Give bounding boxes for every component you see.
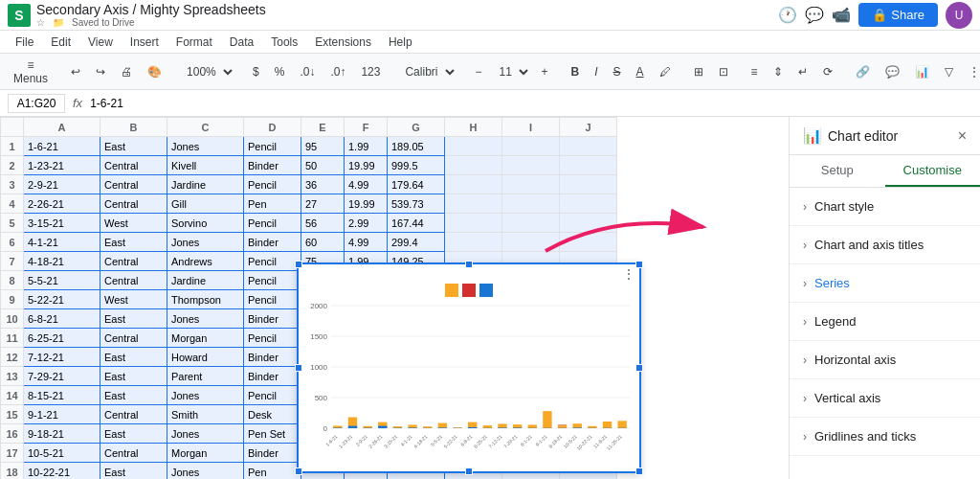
font-select[interactable]: Calibri — [397, 62, 457, 81]
filter-button[interactable]: ▽ — [939, 63, 959, 80]
cell-f5[interactable]: 2.99 — [345, 214, 388, 233]
cell-e3[interactable]: 36 — [301, 175, 345, 194]
cell-a4[interactable]: 2-26-21 — [24, 194, 100, 214]
cell-d1[interactable]: Pencil — [244, 137, 301, 156]
cell-c3[interactable]: Jardine — [167, 175, 244, 194]
panel-section-gridlines-and-ticks[interactable]: ›Gridlines and ticks — [790, 418, 980, 456]
cell-f6[interactable]: 4.99 — [345, 233, 388, 252]
cell-h1[interactable] — [445, 137, 502, 156]
row-header-17[interactable]: 17 — [1, 444, 24, 463]
formula-input[interactable] — [90, 97, 972, 110]
cell-b9[interactable]: West — [100, 290, 167, 309]
cell-a1[interactable]: 1-6-21 — [24, 137, 100, 156]
cell-g5[interactable]: 167.44 — [388, 214, 445, 233]
cell-c1[interactable]: Jones — [167, 137, 244, 156]
cell-c2[interactable]: Kivell — [167, 156, 244, 175]
cell-i2[interactable] — [502, 156, 560, 175]
decrease-decimal[interactable]: .0↓ — [294, 63, 321, 80]
cell-j6[interactable] — [560, 233, 617, 252]
cell-d17[interactable]: Binder — [244, 444, 301, 463]
cell-b13[interactable]: East — [100, 367, 167, 386]
handle-tl[interactable] — [295, 261, 302, 268]
cell-a18[interactable]: 10-22-21 — [24, 463, 100, 480]
cell-d3[interactable]: Pencil — [244, 175, 301, 194]
cell-b6[interactable]: East — [100, 233, 167, 252]
cell-g3[interactable]: 179.64 — [388, 175, 445, 194]
cell-g4[interactable]: 539.73 — [388, 194, 445, 214]
cell-c6[interactable]: Jones — [167, 233, 244, 252]
cell-b5[interactable]: West — [100, 214, 167, 233]
cell-f4[interactable]: 19.99 — [345, 194, 388, 214]
video-icon[interactable]: 📹 — [832, 6, 851, 24]
cell-i3[interactable] — [502, 175, 560, 194]
menu-item-extensions[interactable]: Extensions — [307, 35, 379, 49]
panel-section-chart-and-axis-titles[interactable]: ›Chart and axis titles — [790, 226, 980, 264]
cell-b18[interactable]: East — [100, 463, 167, 480]
row-header-13[interactable]: 13 — [1, 367, 24, 386]
cell-c10[interactable]: Jones — [167, 309, 244, 329]
more-button[interactable]: ⋮ — [963, 63, 980, 80]
cell-c5[interactable]: Sorvino — [167, 214, 244, 233]
redo-button[interactable]: ↪ — [90, 63, 111, 80]
cell-c8[interactable]: Jardine — [167, 271, 244, 290]
comment-icon[interactable]: 💬 — [805, 6, 824, 24]
cell-b1[interactable]: East — [100, 137, 167, 156]
percent-button[interactable]: % — [269, 63, 291, 80]
increase-decimal[interactable]: .0↑ — [324, 63, 351, 80]
menu-item-insert[interactable]: Insert — [122, 35, 167, 49]
cell-a7[interactable]: 4-18-21 — [24, 252, 100, 271]
menu-item-data[interactable]: Data — [222, 35, 261, 49]
cell-b15[interactable]: Central — [100, 405, 167, 424]
undo-button[interactable]: ↩ — [65, 63, 86, 80]
cell-a9[interactable]: 5-22-21 — [24, 290, 100, 309]
cell-b14[interactable]: East — [100, 386, 167, 405]
panel-section-chart-style[interactable]: ›Chart style — [790, 188, 980, 226]
cell-g2[interactable]: 999.5 — [388, 156, 445, 175]
panel-section-series[interactable]: ›Series — [790, 264, 980, 303]
cell-d13[interactable]: Binder — [244, 367, 301, 386]
cell-h6[interactable] — [445, 233, 502, 252]
row-header-5[interactable]: 5 — [1, 214, 24, 233]
cell-d10[interactable]: Binder — [244, 309, 301, 329]
folder-icon[interactable]: 📁 — [53, 17, 64, 28]
text-color-button[interactable]: A — [631, 63, 650, 80]
cell-d7[interactable]: Pencil — [244, 252, 301, 271]
cell-a11[interactable]: 6-25-21 — [24, 329, 100, 348]
cell-d18[interactable]: Pen — [244, 463, 301, 480]
paint-format-button[interactable]: 🎨 — [142, 63, 167, 80]
col-a-header[interactable]: A — [24, 118, 100, 137]
row-header-9[interactable]: 9 — [1, 290, 24, 309]
cell-h2[interactable] — [445, 156, 502, 175]
row-header-3[interactable]: 3 — [1, 175, 24, 194]
col-i-header[interactable]: I — [502, 118, 560, 137]
cell-a17[interactable]: 10-5-21 — [24, 444, 100, 463]
cell-e1[interactable]: 95 — [301, 137, 345, 156]
zoom-select[interactable]: 100% — [179, 62, 235, 81]
menu-item-help[interactable]: Help — [381, 35, 420, 49]
cell-i6[interactable] — [502, 233, 560, 252]
col-f-header[interactable]: F — [345, 118, 388, 137]
menu-item-edit[interactable]: Edit — [43, 35, 78, 49]
chart-button[interactable]: 📊 — [909, 63, 935, 80]
panel-section-vertical-axis[interactable]: ›Vertical axis — [790, 379, 980, 418]
handle-tr[interactable] — [635, 261, 643, 268]
cell-a5[interactable]: 3-15-21 — [24, 214, 100, 233]
document-title[interactable]: Secondary Axis / Mighty Spreadsheets — [36, 2, 266, 17]
link-button[interactable]: 🔗 — [850, 63, 876, 80]
cell-d14[interactable]: Pencil — [244, 386, 301, 405]
cell-a6[interactable]: 4-1-21 — [24, 233, 100, 252]
cell-d5[interactable]: Pencil — [244, 214, 301, 233]
cell-a10[interactable]: 6-8-21 — [24, 309, 100, 329]
row-header-11[interactable]: 11 — [1, 329, 24, 348]
cell-h5[interactable] — [445, 214, 502, 233]
cell-e4[interactable]: 27 — [301, 194, 345, 214]
cell-c14[interactable]: Jones — [167, 386, 244, 405]
tab-setup[interactable]: Setup — [790, 155, 885, 187]
cell-d11[interactable]: Pencil — [244, 329, 301, 348]
cell-b4[interactable]: Central — [100, 194, 167, 214]
cell-c12[interactable]: Howard — [167, 348, 244, 367]
cell-i4[interactable] — [502, 194, 560, 214]
cell-b17[interactable]: Central — [100, 444, 167, 463]
cell-f3[interactable]: 4.99 — [345, 175, 388, 194]
menu-item-tools[interactable]: Tools — [263, 35, 305, 49]
